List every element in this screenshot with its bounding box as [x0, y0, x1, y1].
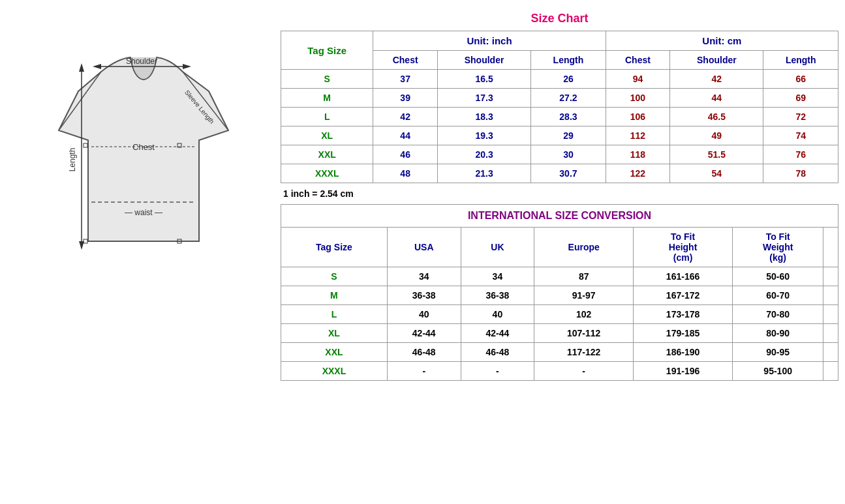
intl-europe-cell: 87 — [534, 267, 634, 286]
cm-shoulder-cell: 51.5 — [670, 145, 763, 164]
svg-marker-8 — [79, 63, 84, 72]
intl-tag-cell: L — [281, 305, 388, 324]
inch-chest-cell: 37 — [373, 70, 438, 89]
intl-uk-cell: 40 — [461, 305, 534, 324]
cm-shoulder-header: Shoulder — [670, 51, 763, 70]
cm-length-cell: 69 — [763, 89, 838, 108]
inch-shoulder-header: Shoulder — [437, 51, 530, 70]
diagram-section: Shoulder Length Chest — waist — Sleeve L… — [7, 7, 281, 280]
intl-weight-cell: 80-90 — [733, 324, 823, 343]
intl-usa-cell: - — [387, 362, 461, 381]
intl-weight-cell: 95-100 — [733, 362, 823, 381]
size-chart-title: Size Chart — [281, 7, 838, 31]
cm-shoulder-cell: 44 — [670, 89, 763, 108]
cm-chest-header: Chest — [606, 51, 670, 70]
tag-size-cell: XXXL — [281, 164, 373, 183]
tag-size-cell: XXL — [281, 145, 373, 164]
inch-shoulder-cell: 17.3 — [437, 89, 530, 108]
intl-height-cell: 173-178 — [634, 305, 733, 324]
intl-usa-cell: 36-38 — [387, 286, 461, 305]
intl-uk-header: UK — [461, 228, 534, 267]
inch-length-cell: 30 — [531, 145, 606, 164]
intl-height-header: To FitHeight(cm) — [634, 228, 733, 267]
inch-length-header: Length — [531, 51, 606, 70]
cm-length-cell: 66 — [763, 70, 838, 89]
svg-text:Length: Length — [68, 148, 77, 172]
tshirt-diagram: Shoulder Length Chest — waist — Sleeve L… — [39, 20, 248, 267]
tables-section: Size Chart Tag Size Unit: inch Unit: cm … — [281, 7, 838, 381]
intl-empty-cell — [823, 305, 838, 324]
intl-weight-cell: 70-80 — [733, 305, 823, 324]
inch-chest-cell: 42 — [373, 108, 438, 126]
cm-shoulder-cell: 49 — [670, 126, 763, 145]
table-row: S 37 16.5 26 94 42 66 — [281, 70, 838, 89]
cm-chest-cell: 118 — [606, 145, 670, 164]
intl-height-cell: 191-196 — [634, 362, 733, 381]
table-row: XXXL 48 21.3 30.7 122 54 78 — [281, 164, 838, 183]
tag-size-cell: XL — [281, 126, 373, 145]
intl-europe-cell: 117-122 — [534, 343, 634, 362]
cm-length-cell: 72 — [763, 108, 838, 126]
intl-usa-cell: 42-44 — [387, 324, 461, 343]
intl-height-cell: 161-166 — [634, 267, 733, 286]
intl-tag-cell: M — [281, 286, 388, 305]
intl-tag-cell: XXXL — [281, 362, 388, 381]
inch-chest-cell: 48 — [373, 164, 438, 183]
intl-empty-header — [823, 228, 838, 267]
intl-empty-cell — [823, 324, 838, 343]
intl-title: INTERNATIONAL SIZE CONVERSION — [281, 204, 838, 227]
intl-height-cell: 179-185 — [634, 324, 733, 343]
tag-size-cell: L — [281, 108, 373, 126]
intl-tag-size-header: Tag Size — [281, 228, 388, 267]
unit-inch-header: Unit: inch — [373, 31, 606, 51]
table-row: XXL 46 20.3 30 118 51.5 76 — [281, 145, 838, 164]
intl-tag-cell: XL — [281, 324, 388, 343]
intl-weight-cell: 60-70 — [733, 286, 823, 305]
intl-usa-cell: 34 — [387, 267, 461, 286]
inch-shoulder-cell: 16.5 — [437, 70, 530, 89]
table-row: XL 42-44 42-44 107-112 179-185 80-90 — [281, 324, 838, 343]
intl-empty-cell — [823, 362, 838, 381]
inch-shoulder-cell: 18.3 — [437, 108, 530, 126]
table-row: XXXL - - - 191-196 95-100 — [281, 362, 838, 381]
intl-uk-cell: 42-44 — [461, 324, 534, 343]
intl-weight-cell: 90-95 — [733, 343, 823, 362]
cm-shoulder-cell: 54 — [670, 164, 763, 183]
intl-uk-cell: - — [461, 362, 534, 381]
intl-usa-cell: 40 — [387, 305, 461, 324]
tag-size-header: Tag Size — [281, 31, 373, 70]
cm-chest-cell: 100 — [606, 89, 670, 108]
inch-shoulder-cell: 21.3 — [437, 164, 530, 183]
svg-marker-5 — [183, 64, 191, 69]
tag-size-cell: M — [281, 89, 373, 108]
size-chart-table: Tag Size Unit: inch Unit: cm Chest Shoul… — [281, 31, 838, 183]
cm-length-cell: 76 — [763, 145, 838, 164]
svg-text:— waist —: — waist — — [125, 208, 162, 217]
cm-chest-cell: 112 — [606, 126, 670, 145]
table-row: L 42 18.3 28.3 106 46.5 72 — [281, 108, 838, 126]
svg-text:Shoulder: Shoulder — [126, 57, 157, 66]
inch-chest-cell: 46 — [373, 145, 438, 164]
cm-shoulder-cell: 42 — [670, 70, 763, 89]
table-row: S 34 34 87 161-166 50-60 — [281, 267, 838, 286]
intl-empty-cell — [823, 343, 838, 362]
intl-europe-header: Europe — [534, 228, 634, 267]
intl-table: Tag Size USA UK Europe To FitHeight(cm) … — [281, 227, 838, 381]
intl-europe-cell: 102 — [534, 305, 634, 324]
svg-rect-15 — [84, 143, 87, 147]
intl-europe-cell: 107-112 — [534, 324, 634, 343]
intl-weight-cell: 50-60 — [733, 267, 823, 286]
inch-shoulder-cell: 20.3 — [437, 145, 530, 164]
intl-empty-cell — [823, 286, 838, 305]
tag-size-cell: S — [281, 70, 373, 89]
table-row: M 39 17.3 27.2 100 44 69 — [281, 89, 838, 108]
intl-tag-cell: S — [281, 267, 388, 286]
cm-chest-cell: 94 — [606, 70, 670, 89]
intl-usa-header: USA — [387, 228, 461, 267]
cm-length-cell: 78 — [763, 164, 838, 183]
unit-cm-header: Unit: cm — [606, 31, 838, 51]
inch-length-cell: 28.3 — [531, 108, 606, 126]
cm-shoulder-cell: 46.5 — [670, 108, 763, 126]
table-row: L 40 40 102 173-178 70-80 — [281, 305, 838, 324]
intl-tag-cell: XXL — [281, 343, 388, 362]
